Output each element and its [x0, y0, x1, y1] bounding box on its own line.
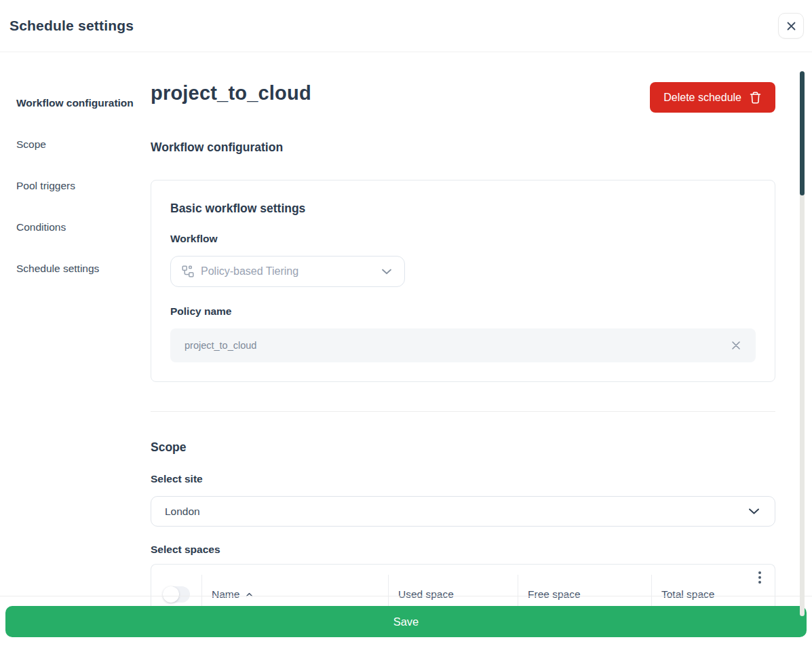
- site-selected-value: London: [165, 506, 200, 518]
- basic-workflow-settings-card: Basic workflow settings Workflow Policy-…: [151, 180, 775, 382]
- select-spaces-label: Select spaces: [151, 544, 775, 556]
- toggle-knob: [163, 586, 179, 603]
- settings-nav: Workflow configuration Scope Pool trigge…: [16, 95, 135, 302]
- chevron-down-icon: [381, 268, 392, 275]
- select-all-toggle[interactable]: [163, 586, 190, 603]
- save-button[interactable]: Save: [5, 606, 807, 637]
- column-label: Free space: [528, 588, 581, 601]
- site-select[interactable]: London: [151, 496, 775, 527]
- modal-body: Workflow configuration Scope Pool trigge…: [0, 53, 812, 646]
- main-panel: project_to_cloud Delete schedule Workflo…: [151, 53, 775, 624]
- nav-item-workflow-configuration[interactable]: Workflow configuration: [16, 95, 135, 111]
- chevron-down-icon: [748, 508, 760, 515]
- table-options-button[interactable]: [756, 569, 763, 586]
- delete-schedule-button[interactable]: Delete schedule: [650, 82, 775, 113]
- workflow-icon: [182, 265, 194, 278]
- clear-input-button[interactable]: [729, 338, 743, 353]
- policy-name-label: Policy name: [170, 305, 756, 318]
- workflow-selected-value: Policy-based Tiering: [201, 265, 298, 278]
- policy-name-input[interactable]: [185, 340, 729, 351]
- nav-item-pool-triggers[interactable]: Pool triggers: [16, 178, 135, 193]
- footer-divider: [0, 596, 812, 596]
- scope-heading: Scope: [151, 440, 775, 455]
- close-button[interactable]: [778, 13, 804, 39]
- clear-x-icon: [731, 341, 741, 350]
- save-label: Save: [393, 615, 419, 628]
- column-label: Used space: [398, 588, 454, 601]
- page-title: project_to_cloud: [151, 82, 311, 104]
- close-icon: [786, 21, 796, 31]
- trash-icon: [749, 91, 762, 104]
- workflow-select[interactable]: Policy-based Tiering: [170, 256, 405, 287]
- policy-name-field: [170, 328, 756, 362]
- section-divider: [151, 411, 775, 412]
- delete-schedule-label: Delete schedule: [663, 92, 741, 104]
- modal-header: Schedule settings: [0, 0, 812, 52]
- column-label: Name: [212, 588, 239, 601]
- nav-item-scope[interactable]: Scope: [16, 136, 135, 152]
- kebab-icon: [758, 571, 761, 574]
- nav-item-schedule-settings[interactable]: Schedule settings: [16, 261, 135, 276]
- scrollbar-thumb[interactable]: [800, 71, 805, 195]
- select-site-label: Select site: [151, 473, 775, 485]
- column-label: Total space: [661, 588, 714, 601]
- card-title: Basic workflow settings: [170, 202, 756, 216]
- nav-item-conditions[interactable]: Conditions: [16, 219, 135, 235]
- workflow-label: Workflow: [170, 233, 756, 245]
- workflow-configuration-heading: Workflow configuration: [151, 140, 775, 155]
- modal-title: Schedule settings: [9, 18, 134, 34]
